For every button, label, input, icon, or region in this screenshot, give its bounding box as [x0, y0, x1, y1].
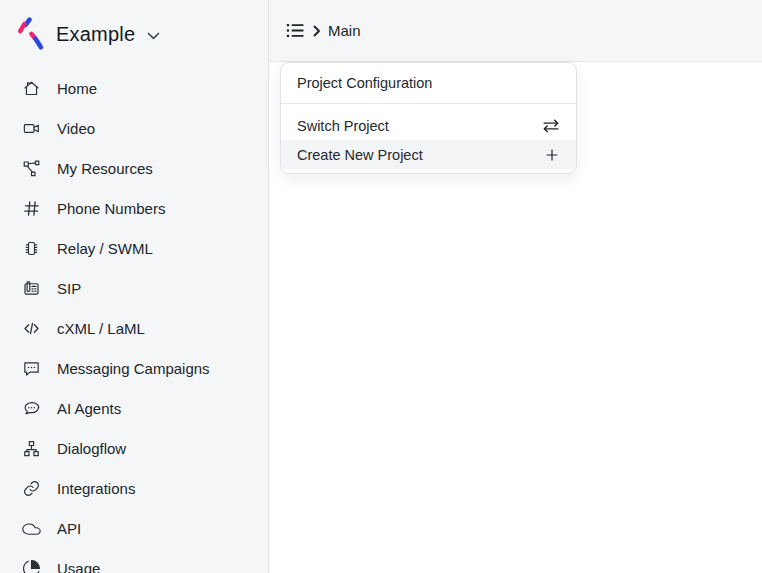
- menu-item-label: Switch Project: [297, 118, 389, 134]
- workspace-name: Example: [56, 23, 135, 46]
- sidebar-item-label: Messaging Campaigns: [57, 360, 210, 377]
- code-icon: [22, 319, 41, 338]
- sidebar-item-integrations[interactable]: Integrations: [0, 468, 268, 508]
- sidebar-item-label: API: [57, 520, 81, 537]
- chip-icon: [22, 239, 41, 258]
- signalwire-logo-icon: [17, 17, 45, 52]
- sitemap-icon: [22, 439, 41, 458]
- sidebar-item-usage[interactable]: Usage: [0, 548, 268, 573]
- resources-graph-icon: [22, 159, 41, 178]
- sidebar-nav: Home Video: [0, 68, 268, 573]
- app-window: Example Home Video: [0, 0, 762, 573]
- sidebar-item-label: Integrations: [57, 480, 135, 497]
- sidebar: Example Home Video: [0, 0, 269, 573]
- breadcrumb-bar: Main: [269, 0, 762, 62]
- project-menu-actions: Switch Project Create New Project: [281, 104, 576, 173]
- project-dropdown-menu: Project Configuration Switch Project Cre…: [280, 62, 577, 174]
- sidebar-item-label: Home: [57, 80, 97, 97]
- menu-item-switch-project[interactable]: Switch Project: [281, 111, 576, 140]
- sidebar-item-messaging-campaigns[interactable]: Messaging Campaigns: [0, 348, 268, 388]
- sidebar-item-label: SIP: [57, 280, 81, 297]
- breadcrumb-current-page[interactable]: Main: [328, 22, 361, 39]
- chat-bubble-icon: [22, 399, 41, 418]
- sidebar-item-sip[interactable]: SIP: [0, 268, 268, 308]
- chevron-down-icon: [147, 32, 160, 40]
- pie-chart-icon: [22, 559, 41, 573]
- menu-item-label: Project Configuration: [297, 75, 432, 91]
- message-bubble-icon: [22, 359, 41, 378]
- sidebar-item-label: Usage: [57, 560, 100, 573]
- swap-arrows-icon: [542, 118, 560, 134]
- video-camera-icon: [22, 119, 41, 138]
- sidebar-item-relay-swml[interactable]: Relay / SWML: [0, 228, 268, 268]
- sidebar-item-my-resources[interactable]: My Resources: [0, 148, 268, 188]
- sidebar-item-dialogflow[interactable]: Dialogflow: [0, 428, 268, 468]
- sidebar-item-home[interactable]: Home: [0, 68, 268, 108]
- sidebar-item-ai-agents[interactable]: AI Agents: [0, 388, 268, 428]
- menu-item-create-new-project[interactable]: Create New Project: [281, 140, 576, 169]
- sidebar-item-label: Phone Numbers: [57, 200, 165, 217]
- home-icon: [22, 79, 41, 98]
- breadcrumb-chevron-icon: [313, 25, 321, 37]
- sidebar-item-label: My Resources: [57, 160, 153, 177]
- plus-icon: [544, 147, 560, 163]
- sidebar-item-cxml-laml[interactable]: cXML / LaML: [0, 308, 268, 348]
- link-icon: [22, 479, 41, 498]
- menu-item-project-configuration[interactable]: Project Configuration: [281, 63, 576, 104]
- sidebar-item-label: AI Agents: [57, 400, 121, 417]
- hash-icon: [22, 199, 41, 218]
- sidebar-item-video[interactable]: Video: [0, 108, 268, 148]
- menu-item-label: Create New Project: [297, 147, 423, 163]
- cloud-icon: [22, 519, 41, 538]
- sidebar-item-label: Relay / SWML: [57, 240, 153, 257]
- desk-phone-icon: [22, 279, 41, 298]
- workspace-switcher[interactable]: Example: [0, 0, 268, 68]
- sidebar-item-phone-numbers[interactable]: Phone Numbers: [0, 188, 268, 228]
- list-icon[interactable]: [286, 22, 305, 39]
- sidebar-item-api[interactable]: API: [0, 508, 268, 548]
- sidebar-item-label: Video: [57, 120, 95, 137]
- sidebar-item-label: cXML / LaML: [57, 320, 145, 337]
- sidebar-item-label: Dialogflow: [57, 440, 126, 457]
